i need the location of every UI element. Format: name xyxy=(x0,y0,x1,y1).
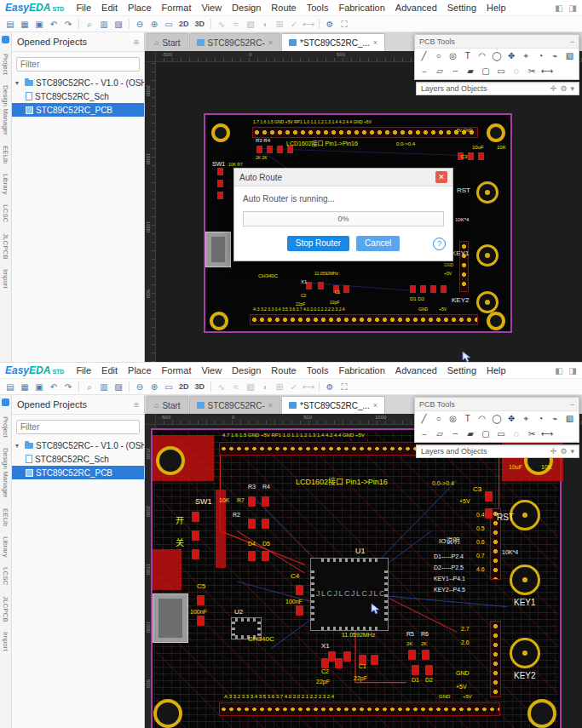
photo-icon[interactable]: ▨ xyxy=(112,381,125,393)
solid-region-tool-icon[interactable]: ▰ xyxy=(464,428,477,440)
close-tab-icon[interactable]: × xyxy=(373,401,377,410)
drc-check-icon[interactable]: ✓ xyxy=(287,381,301,393)
measure-icon[interactable]: ⟷ xyxy=(302,381,315,393)
menu-item[interactable]: Design xyxy=(227,3,266,13)
measure-tool-icon[interactable]: ⟷ xyxy=(540,428,554,440)
minimize-icon[interactable]: − xyxy=(570,400,574,409)
zoom-window-icon[interactable]: ▭ xyxy=(162,381,176,393)
text-tool-icon[interactable]: T xyxy=(461,50,474,62)
copper-area-tool-icon[interactable]: ▢ xyxy=(479,66,493,77)
dock-tab[interactable]: Library xyxy=(2,536,9,557)
new-icon[interactable]: ▤ xyxy=(3,381,17,393)
dock-tab[interactable]: JLCPCB xyxy=(2,233,9,260)
zoom-icon[interactable]: ⌕ xyxy=(83,18,96,31)
dock-tab[interactable]: Import xyxy=(2,269,9,289)
menu-item[interactable]: Fabrication xyxy=(333,3,389,13)
minimize-icon[interactable]: − xyxy=(570,37,574,46)
menu-item[interactable]: Tools xyxy=(302,3,334,13)
fullscreen-icon[interactable]: ⛶ xyxy=(337,18,351,31)
tab-pcb-active[interactable]: *STC89C52RC_... × xyxy=(281,33,385,51)
zoom-in-icon[interactable]: ⊕ xyxy=(147,381,161,393)
save-icon[interactable]: ▣ xyxy=(32,18,46,31)
open-icon[interactable]: ▦ xyxy=(18,18,32,31)
filter-input[interactable] xyxy=(16,57,140,72)
open-icon[interactable]: ▦ xyxy=(18,381,32,393)
dashed-line-tool-icon[interactable]: ╌ xyxy=(448,428,462,440)
dock-tab[interactable]: JLCPCB xyxy=(2,596,9,622)
menu-item[interactable]: Route xyxy=(266,3,301,13)
dock-tab[interactable]: Design Manager xyxy=(2,85,9,135)
close-tab-icon[interactable]: × xyxy=(268,401,273,410)
dock-tab[interactable]: Project xyxy=(2,54,9,75)
line-tool-icon[interactable]: ⎯ xyxy=(418,428,431,440)
fullscreen-icon[interactable]: ⛶ xyxy=(337,381,351,393)
drc-check-icon[interactable]: ✓ xyxy=(287,18,301,31)
zoom-window-icon[interactable]: ▭ xyxy=(162,18,176,31)
tree-item-schematic[interactable]: STC89C52RC_Sch xyxy=(12,89,144,103)
new-icon[interactable]: ▤ xyxy=(3,18,17,31)
arc-tool-icon[interactable]: ◠ xyxy=(475,50,488,62)
menu-item[interactable]: Setting xyxy=(442,365,481,375)
layers-and-objects-bar[interactable]: Layers and Objects ✛⚙▾ xyxy=(416,82,579,95)
menu-item[interactable]: Fabrication xyxy=(333,365,389,375)
mode-3d-button[interactable]: 3D xyxy=(193,18,208,31)
toggle-left-panel-icon[interactable]: ◧ xyxy=(553,3,565,13)
pin-icon[interactable]: ✛ xyxy=(550,84,557,93)
menu-item[interactable]: Advanced xyxy=(390,3,442,13)
menu-item[interactable]: Help xyxy=(481,365,511,375)
tree-item-pcb[interactable]: STC89C52RC_PCB xyxy=(12,103,144,117)
diff-pair-icon[interactable]: ≈ xyxy=(229,18,243,31)
tab-start[interactable]: ⌂ Start xyxy=(147,33,188,51)
toggle-right-panel-icon[interactable]: ◨ xyxy=(567,366,579,375)
palette-header[interactable]: PCB Tools − xyxy=(415,35,579,49)
tree-expand-icon[interactable]: ▾ xyxy=(15,79,22,87)
palette-header[interactable]: PCB Tools − xyxy=(415,398,579,411)
dialog-titlebar[interactable]: Auto Route ✕ xyxy=(234,169,452,186)
pcb-board-routed[interactable]: 4.7 1.6 1.5 GND +5V RP1 1.0 1.1 1.2 1.3 … xyxy=(151,428,562,728)
polygon-tool-icon[interactable]: ▱ xyxy=(433,66,447,77)
track-tool-icon[interactable]: ╱ xyxy=(418,50,430,62)
via-tool-icon[interactable]: ◎ xyxy=(447,413,459,425)
pad-tool-icon[interactable]: ○ xyxy=(432,413,445,425)
solid-region-tool-icon[interactable]: ▰ xyxy=(464,66,477,77)
project-dock-icon[interactable] xyxy=(2,398,9,406)
mode-2d-button[interactable]: 2D xyxy=(176,18,192,31)
route-track-icon[interactable]: ∿ xyxy=(215,18,228,31)
copper-area-icon[interactable]: ▧ xyxy=(244,381,257,393)
dock-tab[interactable]: LCSC xyxy=(2,567,9,585)
cut-tool-icon[interactable]: ✂ xyxy=(525,428,539,440)
circle-tool-icon[interactable]: ◯ xyxy=(490,50,503,62)
connection-tool-icon[interactable]: ⌁ xyxy=(549,50,562,62)
gear-icon[interactable]: ⚙ xyxy=(560,84,567,93)
menu-item[interactable]: Tools xyxy=(302,365,334,375)
menu-item[interactable]: Setting xyxy=(442,3,481,13)
mode-3d-button[interactable]: 3D xyxy=(193,381,208,393)
image-tool-icon[interactable]: ▧ xyxy=(563,413,576,425)
hole-tool-icon[interactable]: ◌ xyxy=(510,66,523,77)
menu-item[interactable]: Advanced xyxy=(390,365,442,375)
photo-icon[interactable]: ▨ xyxy=(112,18,125,31)
panel-menu-icon[interactable]: ≡ xyxy=(134,37,139,47)
menu-item[interactable]: Edit xyxy=(96,3,123,13)
settings-icon[interactable]: ⚙ xyxy=(323,18,337,31)
menu-item[interactable]: View xyxy=(196,3,227,13)
measure-tool-icon[interactable]: ⟷ xyxy=(540,66,554,77)
copper-area-tool-icon[interactable]: ▢ xyxy=(479,428,493,440)
menu-item[interactable]: Format xyxy=(157,3,197,13)
via-tool-icon[interactable]: ◎ xyxy=(447,50,459,62)
tab-project[interactable]: STC89C52RC- × xyxy=(189,33,281,51)
tab-start[interactable]: ⌂ Start xyxy=(147,396,188,414)
panelize-icon[interactable]: ⊞ xyxy=(273,18,286,31)
measure-icon[interactable]: ⟷ xyxy=(302,18,315,31)
rect-tool-icon[interactable]: ▭ xyxy=(494,66,508,77)
layers-and-objects-bar[interactable]: Layers and Objects ✛⚙▾ xyxy=(416,444,579,458)
design-manager-icon[interactable]: ▥ xyxy=(97,381,111,393)
image-tool-icon[interactable]: ▧ xyxy=(563,50,576,62)
redo-icon[interactable]: ↷ xyxy=(61,18,75,31)
circle-tool-icon[interactable]: ◯ xyxy=(490,413,503,425)
dialog-close-icon[interactable]: ✕ xyxy=(435,171,447,183)
dock-tab[interactable]: Design Manager xyxy=(2,448,9,498)
protractor-tool-icon[interactable]: ◔ xyxy=(534,413,547,425)
project-dock-icon[interactable] xyxy=(2,36,9,43)
menu-item[interactable]: Edit xyxy=(96,365,123,375)
